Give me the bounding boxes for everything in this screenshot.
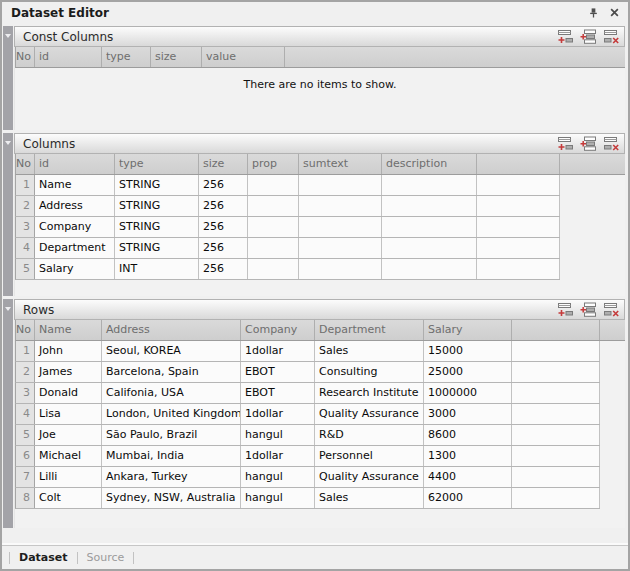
cell-salary[interactable]: 1000000 — [424, 383, 512, 403]
cell-address[interactable]: Ankara, Turkey — [102, 467, 241, 487]
cell-filler[interactable] — [477, 196, 560, 216]
cell-type[interactable]: STRING — [115, 217, 199, 237]
cell-department[interactable]: Research Institute — [315, 383, 424, 403]
cell-salary[interactable]: 3000 — [424, 404, 512, 424]
row-number-cell[interactable]: 8 — [16, 488, 35, 508]
cell-salary[interactable]: 62000 — [424, 488, 512, 508]
row-number-cell[interactable]: 3 — [16, 217, 35, 237]
cell-sumtext[interactable] — [299, 259, 382, 279]
cell-name[interactable]: Lisa — [35, 404, 102, 424]
cell-name[interactable]: Lilli — [35, 467, 102, 487]
cell-address[interactable]: London, United Kingdom — [102, 404, 241, 424]
cell-company[interactable]: hangul — [241, 425, 315, 445]
cell-salary[interactable]: 15000 — [424, 341, 512, 361]
insert-row-button[interactable] — [580, 29, 597, 44]
cell-address[interactable]: Seoul, KOREA — [102, 341, 241, 361]
cell-department[interactable]: Sales — [315, 488, 424, 508]
tab-source[interactable]: Source — [87, 551, 125, 564]
cell-filler[interactable] — [512, 362, 600, 382]
cell-company[interactable]: 1dollar — [241, 404, 315, 424]
cell-type[interactable]: STRING — [115, 238, 199, 258]
row-number-cell[interactable]: 3 — [16, 383, 35, 403]
cell-filler[interactable] — [477, 238, 560, 258]
rows-collapse-strip[interactable] — [3, 299, 13, 528]
cell-salary[interactable]: 8600 — [424, 425, 512, 445]
cell-description[interactable] — [382, 259, 477, 279]
cell-size[interactable]: 256 — [199, 259, 248, 279]
cell-prop[interactable] — [248, 259, 299, 279]
cell-size[interactable]: 256 — [199, 238, 248, 258]
close-button[interactable] — [607, 5, 622, 20]
cell-address[interactable]: Barcelona, Spain — [102, 362, 241, 382]
cell-department[interactable]: Consulting — [315, 362, 424, 382]
row-number-cell[interactable]: 5 — [16, 425, 35, 445]
row-number-cell[interactable]: 1 — [16, 341, 35, 361]
cell-filler[interactable] — [512, 467, 600, 487]
cell-prop[interactable] — [248, 217, 299, 237]
cell-size[interactable]: 256 — [199, 196, 248, 216]
cell-type[interactable]: STRING — [115, 175, 199, 195]
insert-row-button[interactable] — [580, 302, 597, 317]
cell-sumtext[interactable] — [299, 175, 382, 195]
cell-name[interactable]: Colt — [35, 488, 102, 508]
cell-size[interactable]: 256 — [199, 217, 248, 237]
cell-name[interactable]: Donald — [35, 383, 102, 403]
cell-salary[interactable]: 25000 — [424, 362, 512, 382]
row-number-cell[interactable]: 5 — [16, 259, 35, 279]
cell-department[interactable]: Sales — [315, 341, 424, 361]
cell-description[interactable] — [382, 238, 477, 258]
cell-size[interactable]: 256 — [199, 175, 248, 195]
row-number-cell[interactable]: 6 — [16, 446, 35, 466]
cell-name[interactable]: John — [35, 341, 102, 361]
cell-sumtext[interactable] — [299, 238, 382, 258]
cell-filler[interactable] — [512, 488, 600, 508]
cell-type[interactable]: STRING — [115, 196, 199, 216]
cell-filler[interactable] — [477, 175, 560, 195]
cell-filler[interactable] — [512, 404, 600, 424]
cell-salary[interactable]: 4400 — [424, 467, 512, 487]
cell-filler[interactable] — [512, 383, 600, 403]
cell-address[interactable]: Sydney, NSW, Australia — [102, 488, 241, 508]
cell-id[interactable]: Department — [35, 238, 115, 258]
cell-filler[interactable] — [477, 259, 560, 279]
row-number-cell[interactable]: 4 — [16, 238, 35, 258]
const-columns-collapse-strip[interactable] — [3, 26, 13, 130]
add-row-button[interactable] — [557, 302, 574, 317]
row-number-cell[interactable]: 7 — [16, 467, 35, 487]
cell-id[interactable]: Company — [35, 217, 115, 237]
cell-company[interactable]: EBOT — [241, 362, 315, 382]
columns-collapse-strip[interactable] — [3, 133, 13, 296]
cell-department[interactable]: R&D — [315, 425, 424, 445]
row-number-cell[interactable]: 4 — [16, 404, 35, 424]
add-row-button[interactable] — [557, 136, 574, 151]
cell-company[interactable]: hangul — [241, 467, 315, 487]
cell-prop[interactable] — [248, 175, 299, 195]
cell-id[interactable]: Salary — [35, 259, 115, 279]
cell-sumtext[interactable] — [299, 217, 382, 237]
cell-description[interactable] — [382, 175, 477, 195]
row-number-cell[interactable]: 2 — [16, 362, 35, 382]
cell-prop[interactable] — [248, 238, 299, 258]
cell-sumtext[interactable] — [299, 196, 382, 216]
delete-row-button[interactable] — [603, 302, 620, 317]
cell-id[interactable]: Name — [35, 175, 115, 195]
tab-dataset[interactable]: Dataset — [19, 551, 68, 564]
cell-department[interactable]: Quality Assurance — [315, 404, 424, 424]
cell-address[interactable]: Califonia, USA — [102, 383, 241, 403]
cell-department[interactable]: Quality Assurance — [315, 467, 424, 487]
insert-row-button[interactable] — [580, 136, 597, 151]
cell-id[interactable]: Address — [35, 196, 115, 216]
pin-button[interactable] — [586, 5, 601, 20]
cell-salary[interactable]: 1300 — [424, 446, 512, 466]
cell-filler[interactable] — [512, 425, 600, 445]
cell-filler[interactable] — [512, 341, 600, 361]
cell-type[interactable]: INT — [115, 259, 199, 279]
cell-company[interactable]: EBOT — [241, 383, 315, 403]
cell-company[interactable]: hangul — [241, 488, 315, 508]
cell-name[interactable]: Joe — [35, 425, 102, 445]
cell-filler[interactable] — [512, 446, 600, 466]
cell-company[interactable]: 1dollar — [241, 446, 315, 466]
cell-description[interactable] — [382, 196, 477, 216]
cell-name[interactable]: Michael — [35, 446, 102, 466]
delete-row-button[interactable] — [603, 29, 620, 44]
